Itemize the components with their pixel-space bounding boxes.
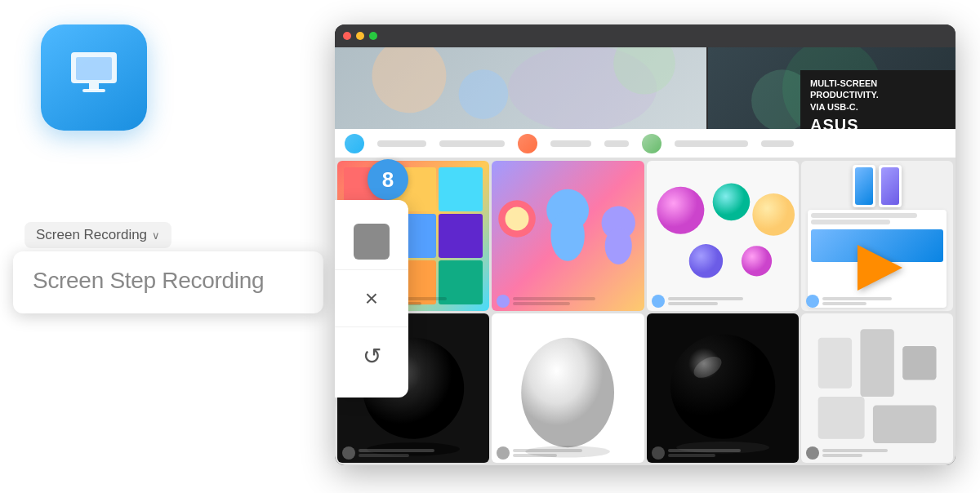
stop-button[interactable] bbox=[335, 213, 408, 270]
main-grid bbox=[335, 158, 956, 465]
grid-cell-6 bbox=[492, 313, 644, 464]
asus-title-line1: MULTI-SCREEN bbox=[810, 78, 946, 89]
browser-toolbar bbox=[335, 24, 956, 47]
step-recording-card: Screen Step Recording bbox=[13, 251, 323, 313]
asus-title-line2: PRODUCTIVITY. bbox=[810, 89, 946, 100]
nav-text-3 bbox=[550, 140, 591, 147]
svg-point-25 bbox=[670, 334, 774, 438]
card-text: Screen Step Recording bbox=[33, 268, 264, 293]
svg-rect-32 bbox=[873, 405, 937, 443]
nav-text-1 bbox=[377, 140, 426, 147]
svg-point-18 bbox=[752, 193, 795, 236]
nav-text-4 bbox=[604, 140, 629, 147]
close-icon: × bbox=[365, 286, 378, 312]
nav-text-5 bbox=[675, 140, 748, 147]
chevron-down-icon: ∨ bbox=[152, 229, 160, 242]
svg-point-11 bbox=[506, 207, 529, 231]
grid-cell-8 bbox=[801, 313, 953, 464]
recording-controls-panel: × ↺ bbox=[335, 200, 408, 398]
svg-point-5 bbox=[459, 69, 509, 119]
svg-point-16 bbox=[657, 187, 704, 234]
reset-icon: ↺ bbox=[363, 343, 381, 370]
minimize-dot bbox=[356, 32, 364, 40]
svg-rect-3 bbox=[82, 89, 105, 92]
svg-point-13 bbox=[551, 211, 585, 261]
banner-left bbox=[335, 47, 706, 129]
asus-title-line3: VIA USB-C. bbox=[810, 101, 946, 113]
svg-point-15 bbox=[605, 227, 632, 264]
top-banner: MULTI-SCREEN PRODUCTIVITY. VIA USB-C. AS… bbox=[335, 47, 956, 129]
svg-point-20 bbox=[741, 246, 771, 276]
svg-point-23 bbox=[521, 337, 614, 447]
screen-mockup: MULTI-SCREEN PRODUCTIVITY. VIA USB-C. AS… bbox=[335, 24, 956, 465]
step-badge: 8 bbox=[368, 159, 408, 200]
nav-row bbox=[335, 129, 956, 158]
nav-text-6 bbox=[761, 140, 794, 147]
app-icon bbox=[41, 24, 147, 131]
svg-rect-31 bbox=[817, 397, 864, 439]
nav-avatar-2 bbox=[518, 134, 537, 153]
close-dot bbox=[343, 32, 351, 40]
svg-rect-1 bbox=[76, 57, 112, 80]
svg-point-17 bbox=[712, 184, 750, 221]
monitor-icon bbox=[65, 44, 123, 111]
svg-point-19 bbox=[688, 244, 722, 278]
maximize-dot bbox=[369, 32, 377, 40]
reset-button[interactable]: ↺ bbox=[335, 327, 408, 384]
grid-cell-2 bbox=[492, 161, 644, 311]
screen-recording-dropdown[interactable]: Screen Recording ∨ bbox=[24, 222, 172, 248]
nav-avatar-3 bbox=[642, 134, 662, 153]
grid-cell-3 bbox=[647, 161, 799, 311]
dropdown-label-text: Screen Recording bbox=[36, 227, 147, 243]
grid-cell-7 bbox=[647, 313, 799, 464]
close-button[interactable]: × bbox=[335, 270, 408, 327]
stop-square-icon bbox=[354, 224, 390, 260]
svg-point-4 bbox=[372, 47, 446, 113]
nav-avatar bbox=[345, 134, 364, 153]
svg-rect-2 bbox=[89, 83, 99, 90]
step-number: 8 bbox=[382, 167, 394, 193]
svg-rect-30 bbox=[902, 346, 936, 380]
svg-rect-29 bbox=[860, 329, 893, 397]
nav-text-2 bbox=[439, 140, 505, 147]
svg-rect-28 bbox=[817, 337, 851, 388]
